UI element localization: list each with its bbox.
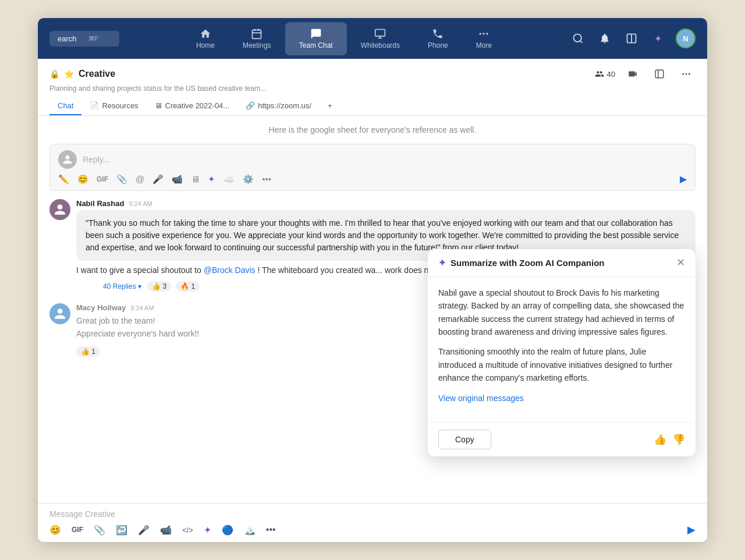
thumbs-up-icon[interactable]: 👍: [654, 433, 666, 446]
tab-creative-doc[interactable]: 🖥 Creative 2022-04...: [147, 97, 238, 115]
nav-label-teamchat: Team Chat: [299, 41, 333, 49]
nabil-avatar: [49, 199, 70, 220]
settings-icon2[interactable]: ⚙️: [243, 174, 254, 185]
reply-input-area[interactable]: Reply... ✏️ 😊 GIF 📎 @ 🎤 📹 🖥 ✦ ☁️ ⚙️ ••• …: [49, 144, 696, 191]
emoji-icon[interactable]: 😊: [77, 174, 88, 185]
channel-description: Planning and sharing projects status for…: [49, 84, 696, 93]
nav-item-more[interactable]: More: [462, 22, 506, 55]
drive-icon[interactable]: 🏔️: [244, 524, 256, 536]
more-options-icon[interactable]: [677, 65, 696, 83]
zoom-icon[interactable]: 🔵: [222, 524, 233, 536]
nav-item-phone[interactable]: Phone: [414, 22, 462, 55]
svg-point-17: [686, 73, 687, 75]
mic-toolbar-icon[interactable]: 🎤: [138, 524, 150, 536]
nav-label-phone: Phone: [428, 41, 448, 49]
emoji-toolbar-icon[interactable]: 😊: [49, 524, 61, 536]
video-icon[interactable]: 📹: [172, 174, 183, 185]
reply-input-placeholder[interactable]: Reply...: [83, 155, 109, 164]
nabil-meta: Nabil Rashad 9:24 AM: [76, 199, 696, 208]
tab-add[interactable]: +: [320, 97, 340, 115]
thumbs-down-icon[interactable]: 👎: [672, 433, 685, 446]
reply-user-avatar: [58, 150, 77, 169]
nabil-time: 9:24 AM: [129, 200, 152, 207]
channel-name: Creative: [79, 69, 115, 79]
svg-line-11: [580, 41, 583, 43]
details-icon[interactable]: [650, 65, 669, 83]
code-icon[interactable]: </>: [182, 526, 193, 534]
video-toolbar-icon[interactable]: 📹: [160, 524, 172, 536]
nav-label-whiteboards: Whiteboards: [361, 41, 400, 49]
search-shortcut: ⌘F: [88, 35, 99, 42]
message-input-placeholder[interactable]: Message Creative: [49, 509, 696, 519]
chat-area: Here is the google sheet for everyone's …: [38, 116, 707, 503]
ai-panel-title: ✦ Summarize with Zoom AI Companion: [438, 257, 604, 268]
nav-item-teamchat[interactable]: Team Chat: [285, 22, 347, 55]
format-icon[interactable]: ✏️: [58, 174, 69, 185]
nav-item-home[interactable]: Home: [182, 22, 229, 55]
gif-icon[interactable]: GIF: [97, 175, 108, 183]
ai-companion-icon[interactable]: ✦: [649, 29, 668, 48]
macy-reaction-thumbs[interactable]: 👍 1: [76, 346, 100, 357]
view-original-link[interactable]: View original messages: [438, 392, 685, 405]
copy-button[interactable]: Copy: [438, 430, 491, 449]
app-window: earch ⌘F Home Meetings Team Chat: [38, 18, 707, 542]
channel-actions: 40: [595, 65, 696, 83]
audio-icon[interactable]: 🎤: [152, 174, 164, 185]
nabil-author: Nabil Rashad: [76, 199, 124, 208]
doc-icon: 🖥: [155, 101, 162, 110]
tab-creative-label: Creative 2022-04...: [165, 101, 230, 110]
layout-icon[interactable]: [622, 29, 641, 48]
nav-label-meetings: Meetings: [243, 41, 271, 49]
tab-chat[interactable]: Chat: [49, 97, 81, 115]
nav-item-meetings[interactable]: Meetings: [229, 22, 285, 55]
screen-icon[interactable]: 🖥: [191, 174, 200, 184]
ai-star-icon: ✦: [438, 257, 446, 268]
ai-summary-para-1: Nabil gave a special shoutout to Brock D…: [438, 286, 685, 339]
svg-point-18: [689, 73, 690, 75]
macy-avatar: [49, 303, 70, 324]
members-count-number: 40: [607, 70, 615, 79]
svg-rect-0: [253, 30, 261, 38]
ai-panel-close-button[interactable]: ✕: [676, 257, 685, 268]
cloud-icon[interactable]: ☁️: [224, 174, 235, 185]
svg-point-7: [480, 33, 481, 34]
svg-point-8: [483, 33, 485, 34]
channel-title-row: 🔒 ⭐ Creative 40: [49, 65, 696, 83]
video-call-icon[interactable]: [623, 65, 642, 83]
nav-label-more: More: [476, 41, 492, 49]
search-text: earch: [58, 34, 77, 43]
thread-icon[interactable]: ↩️: [116, 524, 127, 536]
more-toolbar-icon[interactable]: •••: [266, 524, 276, 535]
svg-rect-4: [375, 29, 385, 36]
bottom-toolbar: Message Creative 😊 GIF 📎 ↩️ 🎤 📹 </> ✦ 🔵 …: [38, 503, 707, 542]
search-global-icon[interactable]: [569, 29, 587, 48]
tab-resources[interactable]: 📄 Resources: [81, 97, 146, 115]
notifications-icon[interactable]: [595, 29, 614, 48]
thumbs-row: 👍 👎: [654, 433, 685, 446]
attach-icon[interactable]: 📎: [116, 174, 127, 185]
message-input-row[interactable]: Message Creative: [49, 509, 696, 519]
google-sheet-message: Here is the google sheet for everyone's …: [49, 125, 696, 134]
svg-point-9: [487, 33, 488, 34]
reactions: 👍 3 🔥 1: [147, 281, 200, 292]
attach-toolbar-icon[interactable]: 📎: [94, 524, 105, 536]
search-bar[interactable]: earch ⌘F: [49, 31, 119, 47]
gif-toolbar-icon[interactable]: GIF: [72, 526, 83, 534]
reaction-thumbs[interactable]: 👍 3: [147, 281, 171, 292]
ai-summary-panel: ✦ Summarize with Zoom AI Companion ✕ Nab…: [428, 249, 696, 456]
nav-item-whiteboards[interactable]: Whiteboards: [347, 22, 414, 55]
ai-icon[interactable]: ✦: [208, 174, 215, 185]
lock-icon: 🔒: [49, 69, 59, 79]
send-arrow-icon[interactable]: ▶: [687, 523, 696, 536]
more-icons[interactable]: •••: [262, 174, 271, 184]
mention-icon[interactable]: @: [136, 174, 144, 184]
user-avatar[interactable]: N: [676, 29, 696, 48]
ai-toolbar-icon[interactable]: ✦: [204, 524, 211, 536]
members-count[interactable]: 40: [595, 69, 615, 79]
reaction-fire[interactable]: 🔥 1: [176, 281, 200, 292]
svg-point-16: [682, 73, 684, 75]
send-button[interactable]: ▶: [680, 173, 687, 185]
tab-zoom-link[interactable]: 🔗 https://zoom.us/: [237, 97, 320, 115]
ai-panel-title-text: Summarize with Zoom AI Companion: [450, 258, 604, 268]
nav-label-home: Home: [196, 41, 215, 49]
